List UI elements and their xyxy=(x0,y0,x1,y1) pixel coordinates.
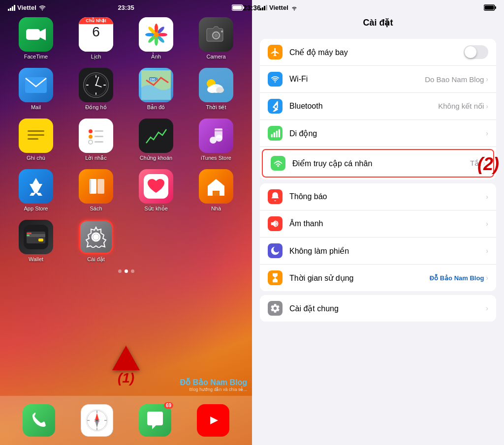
settings-section-connectivity: Chế độ máy bay Wi-Fi Do Bao Nam Blog › xyxy=(260,39,496,179)
svg-rect-55 xyxy=(90,179,91,193)
settings-row-cellular[interactable]: Di động › xyxy=(260,120,496,147)
home-svg xyxy=(204,174,228,199)
settings-title: Cài đặt xyxy=(252,13,504,35)
messages-icon xyxy=(139,404,171,437)
sounds-row-icon xyxy=(268,216,283,231)
app-facetime[interactable]: FaceTime xyxy=(10,17,62,60)
svg-rect-81 xyxy=(485,6,494,10)
app-health[interactable]: Sức khỏe xyxy=(130,169,182,212)
settings-row-wifi[interactable]: Wi-Fi Do Bao Nam Blog › xyxy=(260,66,496,93)
settings-list: Chế độ máy bay Wi-Fi Do Bao Nam Blog › xyxy=(252,35,504,445)
notifications-chevron: › xyxy=(486,193,488,201)
svg-rect-83 xyxy=(274,132,275,137)
settings-row-notifications[interactable]: Thông báo › xyxy=(260,183,496,210)
itunes-svg xyxy=(204,123,228,148)
svg-point-40 xyxy=(89,129,93,133)
dock-safari[interactable] xyxy=(81,404,113,437)
app-appstore[interactable]: App Store xyxy=(10,169,62,212)
calendar-day-display: Chủ Nhật 6 xyxy=(79,17,113,52)
app-calendar[interactable]: Chủ Nhật 6 Lịch xyxy=(70,17,122,60)
settings-row-screentime[interactable]: Thời gian sử dụng Đỗ Bảo Nam Blog › xyxy=(260,265,496,291)
weather-icon xyxy=(199,68,233,102)
app-wallet[interactable]: Wallet xyxy=(10,220,62,263)
svg-rect-43 xyxy=(94,136,103,137)
app-weather[interactable]: Thời tiết xyxy=(190,68,242,111)
svg-rect-54 xyxy=(97,179,104,194)
dock-youtube[interactable] xyxy=(197,404,229,437)
watermark-left: Đỗ Bảo Nam Blog Blog hướng dẫn và chia s… xyxy=(180,378,247,392)
wifi-icon-left xyxy=(38,5,46,11)
carrier-right: Viettel xyxy=(260,4,298,11)
messages-badge: 69 xyxy=(164,402,173,409)
appstore-icon xyxy=(19,169,53,204)
settings-row-hotspot[interactable]: Điểm truy cập cá nhân Tắt › xyxy=(262,149,494,178)
cellular-label: Di động xyxy=(289,129,486,138)
app-reminders[interactable]: Lời nhắc xyxy=(70,119,122,161)
dnd-label: Không làm phiền xyxy=(289,246,486,256)
watermark-left-sub: Blog hướng dẫn và chia sẻ... xyxy=(180,387,247,392)
svg-rect-45 xyxy=(94,141,103,143)
app-camera[interactable]: Camera xyxy=(190,17,242,60)
hotspot-label: Điểm truy cập cá nhân xyxy=(292,159,470,168)
dot-1 xyxy=(118,269,122,273)
svg-point-34 xyxy=(216,87,224,93)
screentime-value: Đỗ Bảo Nam Blog xyxy=(430,274,484,282)
wifi-chevron: › xyxy=(486,75,488,83)
watermark-left-text: Đỗ Bảo Nam Blog xyxy=(180,378,247,387)
general-chevron: › xyxy=(486,304,488,312)
calendar-icon: Chủ Nhật 6 xyxy=(79,17,113,52)
svg-rect-59 xyxy=(213,191,219,196)
bluetooth-svg xyxy=(271,101,279,112)
svg-rect-36 xyxy=(28,130,44,132)
app-books[interactable]: Sách xyxy=(70,169,122,212)
svg-rect-85 xyxy=(279,129,280,138)
bluetooth-label: Bluetooth xyxy=(289,102,438,111)
svg-point-6 xyxy=(155,24,158,32)
app-stocks[interactable]: Chứng khoán xyxy=(130,119,182,161)
dock-phone[interactable] xyxy=(23,404,55,437)
calendar-label: Lịch xyxy=(91,54,101,60)
app-notes[interactable]: Ghi chú xyxy=(10,119,62,161)
notifications-label: Thông báo xyxy=(289,192,486,201)
app-clock[interactable]: Đồng hồ xyxy=(70,68,122,111)
screentime-chevron: › xyxy=(486,274,488,282)
dock-messages[interactable]: 69 xyxy=(139,404,171,437)
settings-row-dnd[interactable]: Không làm phiền › xyxy=(260,237,496,265)
health-svg xyxy=(144,174,168,199)
app-maps[interactable]: 280 280 Bản đồ xyxy=(130,68,182,111)
reminders-svg xyxy=(84,123,108,148)
hotspot-row-icon xyxy=(271,156,285,171)
settings-row-bluetooth[interactable]: Bluetooth Không kết nối › xyxy=(260,93,496,120)
settings-row-general[interactable]: Cài đặt chung › xyxy=(260,295,496,322)
itunes-icon xyxy=(199,119,233,153)
weather-svg xyxy=(202,73,230,97)
svg-point-15 xyxy=(214,33,218,37)
phone-icon xyxy=(23,404,55,437)
airplane-toggle[interactable] xyxy=(464,45,488,59)
right-status-icons xyxy=(484,4,496,11)
app-home[interactable]: Nhà xyxy=(190,169,242,212)
settings-row-sounds[interactable]: Âm thanh › xyxy=(260,210,496,237)
wallet-svg xyxy=(24,225,48,249)
app-photos[interactable]: Ảnh xyxy=(130,17,182,60)
svg-marker-4 xyxy=(40,29,46,40)
home-icon xyxy=(199,169,233,204)
carrier-left: Viettel xyxy=(17,4,36,11)
notifications-row-icon xyxy=(268,189,283,204)
signal-bars-left xyxy=(8,5,15,11)
app-mail[interactable]: Mail xyxy=(10,68,62,111)
app-settings[interactable]: Cài đặt xyxy=(70,220,122,263)
svg-rect-1 xyxy=(243,6,245,9)
svg-rect-84 xyxy=(276,131,278,137)
svg-rect-3 xyxy=(26,29,40,40)
app-grid: FaceTime Chủ Nhật 6 Lịch xyxy=(0,13,252,267)
wifi-row-icon xyxy=(268,72,283,87)
app-itunes[interactable]: iTunes Store xyxy=(190,119,242,161)
books-label: Sách xyxy=(90,206,102,211)
wifi-label: Wi-Fi xyxy=(289,75,425,84)
calendar-day-name: Chủ Nhật xyxy=(79,17,113,24)
hourglass-svg xyxy=(270,272,280,283)
settings-row-airplane[interactable]: Chế độ máy bay xyxy=(260,39,496,66)
youtube-icon xyxy=(197,404,229,437)
svg-point-26 xyxy=(95,84,97,86)
